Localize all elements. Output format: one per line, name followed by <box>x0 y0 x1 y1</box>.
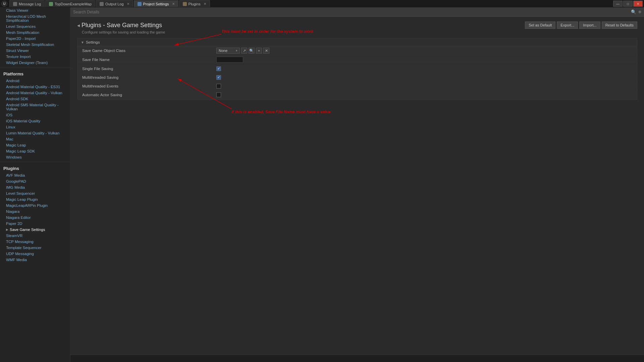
save-file-name-row: Save File Name <box>77 55 637 64</box>
tab-output-log-close[interactable]: ✕ <box>127 2 129 6</box>
single-file-saving-label: Single File Saving <box>82 67 216 71</box>
sidebar-item-paper2d-import[interactable]: Paper2D - Import <box>0 36 70 42</box>
sidebar: Class Viewer Hierarchical LOD Mesh Simpl… <box>0 7 70 362</box>
sidebar-item-mac[interactable]: Mac <box>0 136 70 142</box>
save-file-name-label: Save File Name <box>82 58 216 62</box>
sidebar-item-android[interactable]: Android <box>0 78 70 84</box>
sidebar-item-magic-leap[interactable]: Magic Leap <box>0 142 70 148</box>
automatic-actor-saving-value <box>216 93 632 97</box>
sidebar-item-steamvr[interactable]: SteamVR <box>0 233 70 239</box>
clear-class-button[interactable]: ✕ <box>263 48 269 54</box>
save-game-object-class-label: Save Game Object Class <box>82 49 216 53</box>
sidebar-item-class-viewer[interactable]: Class Viewer <box>0 7 70 13</box>
single-file-saving-value <box>216 66 632 71</box>
multithreaded-saving-label: Multithreaded Saving <box>82 75 216 79</box>
toolbar-buttons: Set as Default Export... Import... Reset… <box>525 21 637 29</box>
sidebar-item-tcp-messaging[interactable]: TCP Messaging <box>0 239 70 245</box>
settings-content: ◂ Plugins - Save Game Settings Set as De… <box>70 17 644 355</box>
import-button[interactable]: Import... <box>579 21 600 29</box>
single-file-saving-checkbox-container <box>216 66 221 71</box>
minimize-button[interactable]: — <box>613 1 623 7</box>
add-class-button[interactable]: + <box>256 48 262 54</box>
message-log-icon <box>13 2 17 6</box>
sidebar-item-android-sm5[interactable]: Android SM5 Material Quality - Vulkan <box>0 102 70 112</box>
sidebar-item-avf-media[interactable]: AVF Media <box>0 172 70 178</box>
multithreaded-events-value <box>216 84 632 88</box>
single-file-saving-row: Single File Saving <box>77 64 637 73</box>
multithreaded-events-label: Multithreaded Events <box>82 84 216 88</box>
sidebar-item-skeletal-mesh[interactable]: Skeletal Mesh Simplification <box>0 42 70 48</box>
search-input[interactable] <box>73 10 629 14</box>
maximize-button[interactable]: □ <box>623 1 633 7</box>
automatic-actor-saving-row: Automatic Actor Saving <box>77 90 637 99</box>
main-layout: Class Viewer Hierarchical LOD Mesh Simpl… <box>0 7 644 362</box>
sidebar-item-android-sdk[interactable]: Android SDK <box>0 96 70 102</box>
page-title-arrow: ◂ <box>77 22 80 28</box>
export-button[interactable]: Export... <box>557 21 578 29</box>
tab-project-settings-close[interactable]: ✕ <box>172 2 175 6</box>
tab-output-log[interactable]: Output Log ✕ <box>96 0 133 7</box>
save-file-name-input[interactable] <box>216 57 243 63</box>
multithreaded-saving-value <box>216 75 632 80</box>
section-collapse-icon[interactable]: ▼ <box>81 41 84 44</box>
tab-plugins-close[interactable]: ✕ <box>204 2 206 6</box>
map-icon <box>49 2 53 6</box>
save-game-object-class-value: None ▾ ↗ 🔍 + ✕ <box>216 48 632 54</box>
multithreaded-events-checkbox[interactable] <box>216 84 221 88</box>
bottom-bar <box>70 355 644 362</box>
dropdown-arrow-icon: ▾ <box>236 49 237 52</box>
sidebar-section-platforms: Platforms <box>0 69 70 78</box>
sidebar-item-windows[interactable]: Windows <box>0 154 70 160</box>
save-game-object-class-dropdown[interactable]: None ▾ <box>216 48 240 54</box>
sidebar-item-udp-messaging[interactable]: UDP Messaging <box>0 251 70 257</box>
automatic-actor-saving-checkbox-container <box>216 93 221 97</box>
project-settings-icon <box>138 2 142 6</box>
section-header: ▼ Settings <box>77 39 637 46</box>
annotation-text-2: If this is enabled, Save File Name must … <box>231 110 331 114</box>
sidebar-item-magicleaparpin[interactable]: MagicLeapARPin Plugin <box>0 202 70 208</box>
sidebar-item-ios[interactable]: iOS <box>0 112 70 118</box>
close-button[interactable]: ✕ <box>633 1 643 7</box>
tab-project-settings[interactable]: Project Settings ✕ <box>134 0 178 7</box>
sidebar-item-niagara-editor[interactable]: Niagara Editor <box>0 215 70 221</box>
sidebar-item-paper-2d[interactable]: Paper 2D <box>0 221 70 227</box>
sidebar-item-save-game-settings[interactable]: ▶ Save Game Settings <box>0 227 70 233</box>
multithreaded-events-row: Multithreaded Events <box>77 82 637 90</box>
sidebar-item-img-media[interactable]: IMG Media <box>0 184 70 190</box>
sidebar-item-level-sequencer[interactable]: Level Sequencer <box>0 190 70 196</box>
sidebar-item-linux[interactable]: Linux <box>0 124 70 130</box>
sidebar-item-widget-designer[interactable]: Widget Designer (Team) <box>0 60 70 66</box>
single-file-saving-checkbox[interactable] <box>216 66 221 71</box>
sidebar-item-android-es31[interactable]: Android Material Quality - ES31 <box>0 84 70 90</box>
sidebar-item-magic-leap-sdk[interactable]: Magic Leap SDK <box>0 148 70 154</box>
sidebar-item-hierarchical-lod[interactable]: Hierarchical LOD Mesh Simplification <box>0 13 70 23</box>
search-class-button[interactable]: 🔍 <box>249 48 255 54</box>
sidebar-item-mesh-simplification[interactable]: Mesh Simplification <box>0 29 70 36</box>
automatic-actor-saving-checkbox[interactable] <box>216 93 221 97</box>
page-title: ◂ Plugins - Save Game Settings <box>77 22 162 29</box>
sidebar-item-wmf-media[interactable]: WMF Media <box>0 257 70 263</box>
save-game-object-class-row: Save Game Object Class None ▾ ↗ 🔍 + ✕ <box>77 46 637 55</box>
svg-text:U: U <box>3 2 5 6</box>
reset-to-defaults-button[interactable]: Reset to Defaults <box>602 21 637 29</box>
automatic-actor-saving-label: Automatic Actor Saving <box>82 93 216 97</box>
tab-topdown-map[interactable]: TopDownExampleMap <box>45 0 95 7</box>
sidebar-item-ios-material[interactable]: iOS Material Quality <box>0 118 70 124</box>
sidebar-item-struct-viewer[interactable]: Struct Viewer <box>0 48 70 54</box>
multithreaded-saving-checkbox[interactable] <box>216 75 221 80</box>
sidebar-item-level-sequences[interactable]: Level Sequences <box>0 23 70 29</box>
tab-message-log[interactable]: Message Log <box>9 0 45 7</box>
sidebar-item-texture-import[interactable]: Texture Import <box>0 54 70 60</box>
navigate-button[interactable]: ↗ <box>241 48 247 54</box>
search-expand-icon[interactable]: ⊕ <box>638 10 641 14</box>
window-controls: — □ ✕ <box>613 1 643 7</box>
settings-section: ▼ Settings Save Game Object Class None ▾… <box>77 38 637 100</box>
sidebar-item-android-vulkan[interactable]: Android Material Quality - Vulkan <box>0 90 70 96</box>
set-as-default-button[interactable]: Set as Default <box>525 21 555 29</box>
sidebar-item-googlepad[interactable]: GooglePAD <box>0 178 70 184</box>
sidebar-item-lumin[interactable]: Lumin Material Quality - Vulkan <box>0 130 70 136</box>
sidebar-item-niagara[interactable]: Niagara <box>0 208 70 215</box>
tab-plugins[interactable]: Plugins ✕ <box>179 0 210 7</box>
sidebar-item-template-sequencer[interactable]: Template Sequencer <box>0 245 70 251</box>
sidebar-item-magic-leap-plugin[interactable]: Magic Leap Plugin <box>0 196 70 202</box>
